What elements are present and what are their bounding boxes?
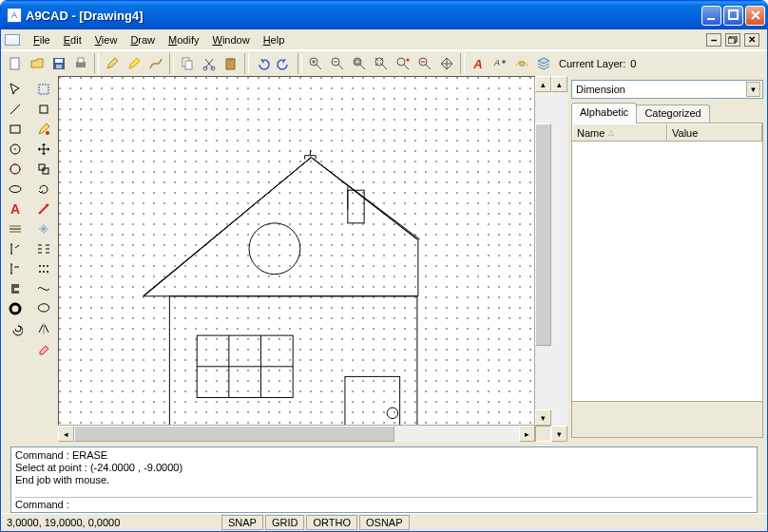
square-icon[interactable]: [33, 100, 54, 119]
scroll-down-icon[interactable]: ▾: [535, 409, 551, 426]
cut-icon[interactable]: [199, 53, 220, 74]
command-history-line: Select at point : (-24.0000 , -9.0000): [15, 462, 753, 474]
maximize-button[interactable]: [723, 6, 743, 26]
mdi-restore-button[interactable]: [725, 33, 740, 47]
dim-style-icon[interactable]: A: [490, 53, 510, 74]
new-icon[interactable]: [5, 53, 26, 74]
svg-point-33: [10, 186, 21, 193]
ortho-toggle[interactable]: ORTHO: [306, 515, 357, 530]
array-icon[interactable]: [33, 239, 54, 258]
scroll-up-icon[interactable]: ▴: [535, 76, 551, 92]
highlighter-icon[interactable]: [124, 53, 144, 74]
copy-tool-icon[interactable]: [33, 160, 54, 179]
pointer-icon[interactable]: [5, 80, 26, 99]
canvas-v-scrollbar[interactable]: ▴ ▾: [535, 76, 551, 426]
mirror-icon[interactable]: [33, 319, 54, 338]
zoom-realtime-icon[interactable]: [393, 53, 413, 74]
offset-icon[interactable]: [33, 259, 54, 278]
curve-icon[interactable]: [145, 53, 166, 74]
svg-point-32: [14, 163, 16, 165]
open-icon[interactable]: [27, 53, 48, 74]
zoom-in-icon[interactable]: [305, 53, 326, 74]
explode-icon[interactable]: [33, 219, 54, 238]
fillet-icon[interactable]: [33, 299, 54, 318]
command-panel[interactable]: Command : ERASE Select at point : (-24.0…: [10, 446, 758, 513]
menu-help[interactable]: Help: [258, 32, 291, 48]
scroll-left-icon[interactable]: ◂: [58, 426, 74, 442]
pan-icon[interactable]: [436, 53, 457, 74]
menu-edit[interactable]: Edit: [58, 32, 87, 48]
main-toolbar: A A Current Layer: 0: [1, 50, 767, 76]
menu-file[interactable]: File: [28, 32, 56, 48]
column-value[interactable]: Value: [667, 124, 762, 141]
canvas-area: ▴ ▾ ◂ ▸: [58, 76, 551, 442]
chevron-down-icon[interactable]: ▼: [746, 82, 760, 97]
zoom-out-icon[interactable]: [327, 53, 348, 74]
minimize-button[interactable]: [701, 6, 721, 26]
scroll-up-icon[interactable]: ▴: [551, 76, 567, 92]
object-type-combo[interactable]: Dimension ▼: [571, 80, 763, 99]
close-button[interactable]: [745, 6, 765, 26]
scroll-right-icon[interactable]: ▸: [519, 426, 535, 442]
line-icon[interactable]: [5, 100, 26, 119]
divider-v-scrollbar[interactable]: ▴ ▾: [551, 76, 567, 442]
menu-view[interactable]: View: [89, 32, 124, 48]
column-name[interactable]: Name△: [572, 124, 667, 141]
document-icon: [5, 34, 20, 46]
svg-rect-26: [10, 125, 20, 133]
canvas-h-scrollbar[interactable]: ◂ ▸: [58, 426, 551, 442]
erase-icon[interactable]: [33, 339, 54, 358]
tab-categorized[interactable]: Categorized: [636, 104, 709, 124]
print-icon[interactable]: [70, 53, 91, 74]
donut-icon[interactable]: [5, 279, 26, 298]
command-prompt[interactable]: Command :: [15, 499, 69, 510]
svg-point-18: [354, 58, 361, 66]
svg-point-22: [407, 59, 410, 62]
tab-alphabetic[interactable]: Alphabetic: [571, 103, 637, 124]
arc-icon[interactable]: [5, 160, 26, 179]
drawing-canvas[interactable]: [58, 76, 535, 426]
pencil-icon[interactable]: [102, 53, 123, 74]
menu-draw[interactable]: Draw: [125, 32, 161, 48]
text-icon[interactable]: A: [5, 200, 26, 218]
undo-icon[interactable]: [252, 53, 273, 74]
save-icon[interactable]: [48, 53, 69, 74]
osnap-toggle[interactable]: OSNAP: [359, 515, 410, 530]
rect-icon[interactable]: [5, 120, 26, 139]
scale-icon[interactable]: [33, 200, 54, 218]
grid-toggle[interactable]: GRID: [265, 515, 305, 530]
mdi-minimize-button[interactable]: ‒: [706, 33, 721, 47]
copy-icon[interactable]: [177, 53, 198, 74]
svg-rect-35: [39, 85, 48, 94]
paste-icon[interactable]: [221, 53, 241, 74]
dim-aligned-icon[interactable]: [5, 259, 26, 278]
redo-icon[interactable]: [274, 53, 295, 74]
fill-icon[interactable]: [33, 120, 54, 139]
zoom-prev-icon[interactable]: [414, 53, 435, 74]
menu-window[interactable]: Window: [206, 32, 255, 48]
svg-rect-39: [43, 168, 48, 174]
text-style-icon[interactable]: A: [468, 53, 489, 74]
dim-linear-icon[interactable]: [5, 239, 26, 258]
svg-point-29: [10, 164, 20, 174]
command-history-line: Command : ERASE: [15, 449, 753, 462]
rotate-icon[interactable]: [33, 180, 54, 199]
move-icon[interactable]: [33, 140, 54, 159]
ring-icon[interactable]: [5, 299, 26, 318]
zoom-extents-icon[interactable]: [371, 53, 392, 74]
layers-icon[interactable]: [533, 53, 554, 74]
ellipse-icon[interactable]: [5, 180, 26, 199]
marquee-icon[interactable]: [33, 80, 54, 99]
current-layer-label: Current Layer:: [555, 58, 629, 69]
menu-modify[interactable]: Modify: [163, 32, 204, 48]
scroll-down-icon[interactable]: ▾: [551, 426, 567, 442]
circle-icon[interactable]: [5, 140, 26, 159]
block-icon[interactable]: [511, 53, 532, 74]
polyline-icon[interactable]: [5, 219, 26, 238]
trim-icon[interactable]: [33, 279, 54, 298]
zoom-window-icon[interactable]: [349, 53, 370, 74]
spiral-icon[interactable]: [5, 319, 26, 338]
mdi-close-button[interactable]: ✕: [744, 33, 759, 47]
snap-toggle[interactable]: SNAP: [221, 515, 263, 530]
property-grid[interactable]: Name△ Value: [571, 123, 763, 438]
